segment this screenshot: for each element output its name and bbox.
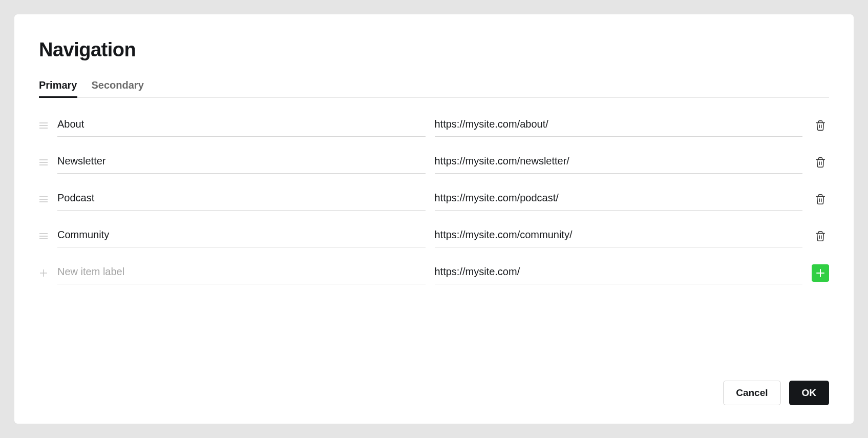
nav-label-input[interactable] [57,151,426,174]
drag-handle-icon[interactable] [39,196,48,202]
tabs: Primary Secondary [39,79,829,98]
nav-new-url-input[interactable] [435,262,803,284]
ok-button[interactable]: OK [789,381,830,405]
cancel-button[interactable]: Cancel [723,381,780,405]
plus-icon [39,269,48,277]
nav-row [39,107,829,144]
drag-handle-icon[interactable] [39,122,48,129]
nav-url-input[interactable] [435,151,803,174]
tab-primary[interactable]: Primary [39,79,77,97]
drag-handle-icon[interactable] [39,233,48,239]
modal-footer: Cancel OK [39,360,829,405]
delete-button[interactable] [812,191,829,208]
nav-row-new [39,255,829,291]
page-title: Navigation [39,39,829,61]
tab-secondary[interactable]: Secondary [92,79,144,97]
delete-button[interactable] [812,154,829,171]
nav-rows [39,107,829,291]
delete-button[interactable] [812,117,829,134]
nav-label-input[interactable] [57,225,426,247]
nav-row [39,144,829,181]
nav-label-input[interactable] [57,188,426,211]
delete-button[interactable] [812,227,829,245]
nav-url-input[interactable] [435,188,803,211]
navigation-modal: Navigation Primary Secondary [14,14,854,424]
nav-row [39,181,829,218]
nav-url-input[interactable] [435,114,803,137]
drag-handle-icon[interactable] [39,159,48,165]
nav-new-label-input[interactable] [57,262,426,284]
nav-row [39,218,829,255]
nav-label-input[interactable] [57,114,426,137]
add-button[interactable] [812,264,829,282]
nav-url-input[interactable] [435,225,803,247]
